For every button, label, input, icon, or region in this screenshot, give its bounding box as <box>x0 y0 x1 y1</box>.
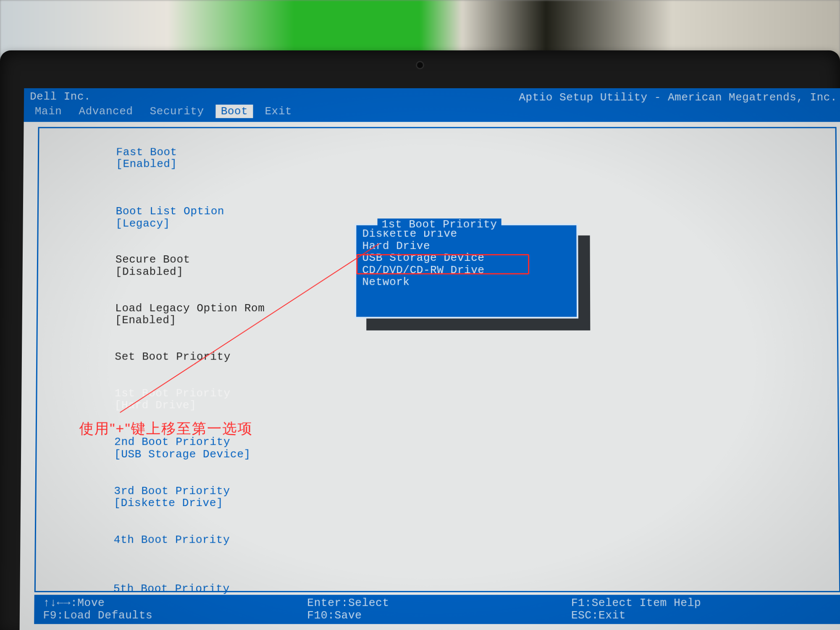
row-label: Load Legacy Option Rom <box>115 302 310 315</box>
row-value: [Diskette Drive] <box>114 497 223 510</box>
help-save: F10:Save <box>307 609 568 622</box>
row-value: [Disabled] <box>116 265 184 278</box>
row-value: [Enabled] <box>115 314 176 327</box>
boot-priority-popup[interactable]: 1st Boot Priority Diskette Drive Hard Dr… <box>354 223 578 318</box>
row-label: 4th Boot Priority <box>114 534 309 546</box>
row-value: [Hard Drive] <box>115 399 197 412</box>
row-value: [Legacy] <box>116 217 170 230</box>
row-label: Boot List Option <box>116 205 310 218</box>
bios-screen: Dell Inc. Aptio Setup Utility - American… <box>20 88 840 630</box>
popup-title: 1st Boot Priority <box>378 218 501 231</box>
utility-title: Aptio Setup Utility - American Megatrend… <box>519 92 837 104</box>
help-move: ↑↓←→:Move <box>43 597 304 609</box>
tab-main[interactable]: Main <box>30 105 67 118</box>
row-set-boot-header: Set Boot Priority <box>47 339 828 375</box>
laptop-bezel: Dell Inc. Aptio Setup Utility - American… <box>0 50 840 630</box>
spacer <box>48 182 826 193</box>
row-value: [USB Storage Device] <box>114 448 251 460</box>
tab-boot[interactable]: Boot <box>216 105 253 118</box>
row-label: 1st Boot Priority <box>115 387 309 399</box>
help-exit: ESC:Exit <box>571 609 832 622</box>
bios-helpbar: ↑↓←→:Move Enter:Select F1:Select Item He… <box>34 595 840 624</box>
row-label: Secure Boot <box>116 254 310 266</box>
help-defaults: F9:Load Defaults <box>43 609 304 622</box>
row-label: Fast Boot <box>116 146 310 158</box>
webcam-dot <box>417 62 423 68</box>
popup-item-cd-dvd[interactable]: CD/DVD/CD-RW Drive <box>361 264 572 276</box>
bios-titlebar: Dell Inc. Aptio Setup Utility - American… <box>24 88 840 122</box>
row-label: 3rd Boot Priority <box>114 485 309 497</box>
help-itemhelp: F1:Select Item Help <box>571 597 832 609</box>
laptop-screen: Dell Inc. Aptio Setup Utility - American… <box>20 88 840 630</box>
row-3rd-boot[interactable]: 3rd Boot Priority [Diskette Drive] <box>45 473 829 522</box>
row-label: 5th Boot Priority <box>113 583 309 595</box>
tab-exit[interactable]: Exit <box>260 105 297 118</box>
popup-item-network[interactable]: Network <box>361 276 572 289</box>
bios-tabs: Main Advanced Security Boot Exit <box>30 105 835 118</box>
row-label: Set Boot Priority <box>115 351 309 363</box>
row-label: 2nd Boot Priority <box>114 436 309 448</box>
row-fast-boot[interactable]: Fast Boot [Enabled] <box>48 134 827 182</box>
help-select: Enter:Select <box>307 597 567 609</box>
tab-advanced[interactable]: Advanced <box>74 105 138 118</box>
tab-security[interactable]: Security <box>145 105 209 118</box>
bios-panel: Fast Boot [Enabled] Boot List Option [Le… <box>34 127 840 592</box>
popup-item-hard-drive[interactable]: Hard Drive <box>361 240 572 252</box>
row-4th-boot[interactable]: 4th Boot Priority <box>45 522 830 571</box>
row-value: [Enabled] <box>116 158 177 171</box>
popup-item-usb-storage[interactable]: USB Storage Device <box>361 252 572 264</box>
row-2nd-boot[interactable]: 2nd Boot Priority [USB Storage Device] <box>46 424 829 472</box>
row-1st-boot[interactable]: 1st Boot Priority [Hard Drive] <box>46 375 828 424</box>
